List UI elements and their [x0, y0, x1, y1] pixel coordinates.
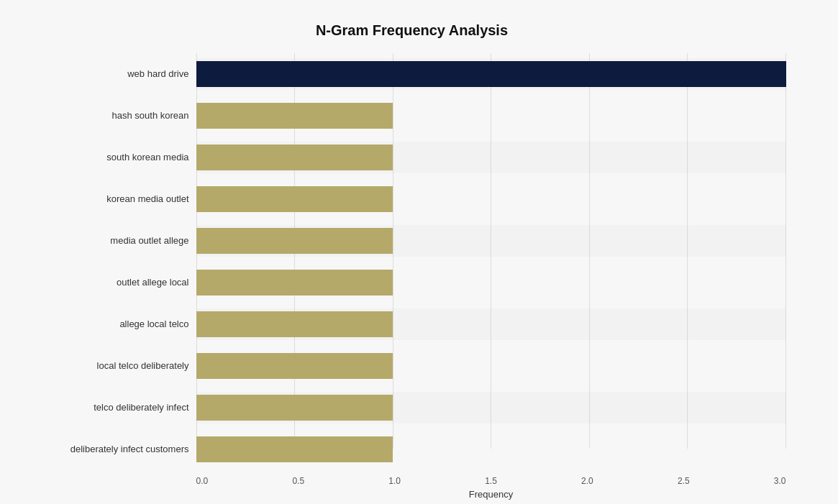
x-axis-label: Frequency	[196, 489, 786, 500]
chart-container: N-Gram Frequency Analysis web hard drive…	[24, 8, 815, 497]
y-label: media outlet allege	[38, 224, 189, 258]
y-label: hash south korean	[38, 98, 189, 133]
y-axis: web hard drivehash south koreansouth kor…	[38, 53, 196, 470]
bar	[196, 436, 393, 462]
x-tick: 2.5	[678, 476, 690, 486]
bar-row	[196, 267, 786, 298]
x-tick: 2.0	[581, 476, 593, 486]
bar-row	[196, 225, 786, 257]
x-tick: 1.0	[388, 476, 401, 486]
y-label: telco deliberately infect	[38, 390, 189, 425]
y-label: allege local telco	[38, 307, 189, 342]
bar-row	[196, 392, 786, 423]
x-tick: 0.5	[292, 476, 304, 486]
chart-area: web hard drivehash south koreansouth kor…	[38, 53, 786, 470]
bar	[196, 270, 393, 295]
bar-row	[196, 58, 786, 90]
bar	[196, 311, 393, 337]
bar	[196, 228, 393, 254]
bar-row	[196, 434, 786, 465]
bar	[196, 353, 393, 379]
bar	[196, 186, 393, 212]
bar	[196, 395, 393, 421]
y-label: outlet allege local	[38, 265, 189, 300]
x-tick: 0.0	[196, 476, 209, 486]
y-label: korean media outlet	[38, 182, 189, 216]
x-axis: 0.00.51.01.52.02.53.0	[196, 470, 786, 486]
chart-title: N-Gram Frequency Analysis	[38, 22, 786, 39]
bar-row	[196, 100, 786, 132]
y-label: local telco deliberately	[38, 349, 189, 383]
bar-row	[196, 183, 786, 215]
bars-area	[196, 53, 786, 470]
x-tick: 1.5	[485, 476, 497, 486]
bars-and-grid	[196, 53, 786, 470]
y-label: web hard drive	[38, 57, 189, 91]
y-label: south korean media	[38, 140, 189, 175]
bar	[196, 145, 393, 170]
x-tick: 3.0	[774, 476, 786, 486]
bar-row	[196, 142, 786, 173]
bar-row	[196, 308, 786, 340]
bar	[196, 103, 393, 129]
bar	[196, 61, 786, 87]
y-label: deliberately infect customers	[38, 432, 189, 467]
bar-row	[196, 350, 786, 382]
